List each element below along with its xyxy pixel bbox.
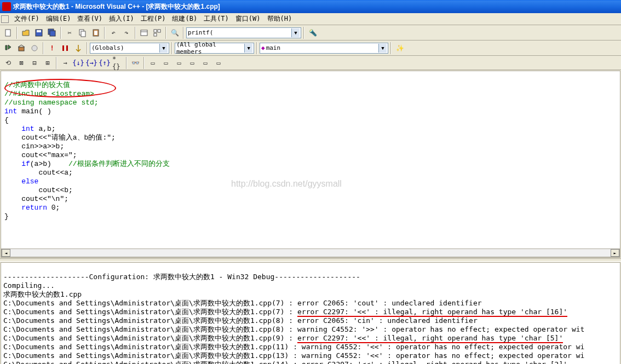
variables-window-button[interactable]: ▭: [160, 57, 172, 69]
svg-rect-6: [81, 31, 85, 37]
output-pre: (14) :: [272, 360, 302, 364]
code-line: cout<<"\n";: [4, 195, 68, 203]
output-warn: (13) : warning C4552: '<<' : operator ha…: [272, 351, 584, 360]
output-err-underlined: error C2297: '<<' : illegal, right opera…: [297, 334, 563, 343]
svg-rect-14: [19, 47, 24, 51]
separator: [183, 27, 184, 39]
svg-rect-9: [141, 30, 147, 36]
apply-changes-button[interactable]: ⊞: [42, 57, 54, 69]
stop-build-button[interactable]: [28, 42, 41, 54]
code-text: (a>b): [30, 160, 68, 168]
dropdown-arrow-icon[interactable]: ▼: [159, 44, 168, 53]
menu-file[interactable]: 文件(F): [11, 13, 43, 25]
code-text: 0;: [47, 204, 60, 212]
menu-tools[interactable]: 工具(T): [200, 13, 232, 25]
dropdown-arrow-icon[interactable]: ▼: [244, 44, 252, 53]
separator: [135, 27, 136, 39]
step-over-button[interactable]: {→}: [85, 57, 97, 69]
code-line: cout<<b;: [4, 186, 73, 194]
function-text: main: [266, 44, 281, 51]
break-button[interactable]: ⊟: [28, 57, 41, 69]
restart-button[interactable]: ⟲: [2, 57, 14, 69]
separator: [126, 57, 127, 69]
menu-edit[interactable]: 编辑(E): [43, 13, 74, 25]
callstack-window-button[interactable]: ▭: [199, 57, 211, 69]
separator: [60, 27, 61, 39]
output-warn: (11) : warning C4552: '<<' : operator ha…: [272, 343, 584, 351]
splitter[interactable]: [0, 258, 621, 262]
output-path: C:\Documents and Settings\Administrator\…: [3, 308, 272, 316]
show-next-button[interactable]: →: [59, 57, 71, 69]
scope-combo[interactable]: (Globals) ▼: [90, 43, 169, 54]
code-line: //求两数中的较大值: [4, 81, 70, 89]
scope-text: (Globals): [91, 44, 124, 51]
disassembly-window-button[interactable]: ▭: [212, 57, 225, 69]
code-area[interactable]: //求两数中的较大值 //#include <iostream> //using…: [1, 71, 620, 249]
open-button[interactable]: [20, 27, 32, 39]
breakpoint-button[interactable]: [72, 42, 84, 54]
go-button[interactable]: [59, 42, 71, 54]
undo-button[interactable]: ↶: [107, 27, 119, 39]
separator: [390, 42, 392, 54]
code-text: main( ): [17, 107, 51, 115]
output-path: C:\Documents and Settings\Administrator\…: [3, 325, 272, 333]
code-kw: int: [4, 125, 34, 133]
code-editor[interactable]: //求两数中的较大值 //#include <iostream> //using…: [1, 71, 620, 258]
build-button[interactable]: [15, 42, 27, 54]
output-window[interactable]: --------------------Configuration: 求两数中较…: [1, 262, 620, 364]
step-into-button[interactable]: {↓}: [72, 57, 84, 69]
menu-project[interactable]: 工程(P): [137, 13, 169, 25]
svg-rect-0: [5, 30, 10, 36]
output-err-underlined: error C2297: '<<' : illegal, right opera…: [297, 308, 567, 317]
output-path: C:\Documents and Settings\Administrator\…: [3, 299, 272, 307]
output-warn: (8) : warning C4552: '>>' : operator has…: [272, 325, 584, 333]
menu-build[interactable]: 组建(B): [169, 13, 200, 25]
svg-rect-17: [66, 45, 68, 51]
svg-point-15: [32, 45, 37, 51]
dropdown-arrow-icon[interactable]: ▼: [291, 28, 300, 37]
scroll-left-icon[interactable]: ◄: [2, 249, 10, 257]
memory-window-button[interactable]: ▭: [186, 57, 198, 69]
function-combo[interactable]: ◆ main ▼: [260, 43, 388, 54]
menu-help[interactable]: 帮助(H): [264, 13, 296, 25]
save-all-button[interactable]: [46, 27, 58, 39]
find-in-files-button[interactable]: 🔍: [169, 27, 181, 39]
find-button[interactable]: 🔦: [307, 27, 319, 39]
scroll-right-icon[interactable]: ►: [611, 249, 619, 257]
save-button[interactable]: [33, 27, 45, 39]
members-combo[interactable]: (All global members ▼: [175, 43, 254, 54]
code-line: cout<<"请输入a、b的值:";: [4, 134, 116, 142]
paste-button[interactable]: [90, 27, 102, 39]
window-list-button[interactable]: [151, 27, 163, 39]
workspace-button[interactable]: [138, 27, 150, 39]
stop-debug-button[interactable]: ⊠: [15, 57, 27, 69]
run-to-cursor-button[interactable]: *{}: [112, 57, 124, 69]
quickwatch-button[interactable]: 👓: [129, 57, 141, 69]
execute-button[interactable]: !: [46, 42, 58, 54]
find-text: printf(: [188, 29, 213, 36]
svg-rect-8: [94, 31, 97, 35]
toolbar-standard: ✂ ↶ ↷ 🔍 printf( ▼ 🔦: [0, 25, 621, 41]
new-file-button[interactable]: [2, 27, 14, 39]
find-combo[interactable]: printf( ▼: [186, 27, 301, 38]
menu-view[interactable]: 查看(V): [74, 13, 106, 25]
redo-button[interactable]: ↷: [120, 27, 133, 39]
svg-rect-16: [62, 45, 64, 51]
step-out-button[interactable]: {↑}: [99, 57, 111, 69]
menu-window[interactable]: 窗口(W): [232, 13, 264, 25]
dropdown-arrow-icon[interactable]: ▼: [378, 44, 387, 53]
editor-scrollbar-h[interactable]: ◄ ►: [1, 249, 620, 257]
output-pre: (7) :: [272, 308, 297, 316]
scroll-track[interactable]: [10, 249, 611, 257]
cut-button[interactable]: ✂: [64, 27, 76, 39]
system-menu-icon[interactable]: [1, 15, 9, 23]
registers-window-button[interactable]: ▭: [173, 57, 185, 69]
menu-insert[interactable]: 插入(I): [106, 13, 137, 25]
output-line: Compiling...: [3, 281, 55, 290]
copy-button[interactable]: [77, 27, 89, 39]
code-text: a,b;: [34, 125, 56, 133]
watch-window-button[interactable]: ▭: [147, 57, 159, 69]
compile-button[interactable]: [2, 42, 14, 54]
wizard-action-button[interactable]: ✨: [394, 42, 406, 54]
separator: [165, 27, 166, 39]
